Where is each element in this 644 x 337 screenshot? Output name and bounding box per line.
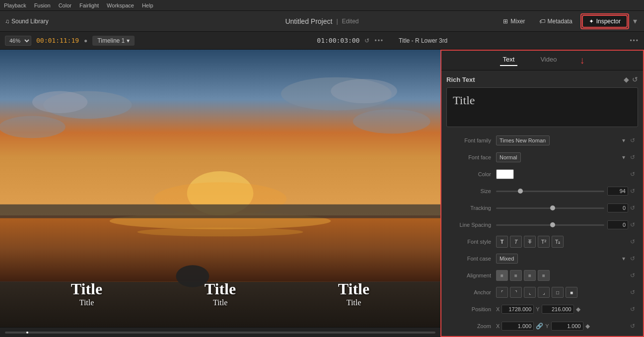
zoom-reset[interactable]: ↺ [630, 323, 638, 330]
timeline-tab[interactable]: Timeline 1 ▾ [92, 36, 135, 46]
tab-text[interactable]: Text [500, 55, 518, 66]
line-spacing-reset[interactable]: ↺ [630, 221, 638, 228]
text-preview-box[interactable]: Title [446, 87, 638, 127]
position-diamond-icon: ◆ [576, 306, 580, 313]
anchor-tc-button[interactable]: ⌝ [510, 287, 522, 298]
menu-help[interactable]: Help [142, 2, 153, 8]
size-input[interactable] [607, 187, 628, 196]
menu-workspace[interactable]: Workspace [107, 2, 134, 8]
scrubber-bar[interactable] [5, 332, 435, 334]
color-swatch[interactable] [496, 169, 514, 179]
anchor-reset[interactable]: ↺ [630, 289, 638, 296]
alignment-row: Alignment ≡ ≡ ≡ ≡ ↺ [446, 269, 638, 282]
header-bar: ♫ Sound Library Untitled Project | Edite… [0, 11, 644, 32]
reset-section-icon[interactable]: ↺ [632, 75, 638, 83]
superscript-button[interactable]: T² [538, 236, 550, 248]
anchor-mr-button[interactable]: ■ [566, 287, 577, 298]
align-justify-button[interactable]: ≡ [538, 270, 550, 281]
line-spacing-slider[interactable] [496, 224, 604, 226]
font-case-control: Mixed [496, 254, 628, 264]
menu-fairlight[interactable]: Fairlight [79, 2, 99, 8]
diamond-section-icon[interactable]: ◆ [624, 75, 629, 83]
link-icon[interactable]: 🔗 [536, 323, 543, 330]
font-face-control: Normal [496, 152, 628, 162]
subscript-button[interactable]: T₂ [552, 236, 564, 248]
inspector-button-wrapper: ✦ Inspector [580, 13, 629, 29]
position-reset[interactable]: ↺ [630, 306, 638, 313]
zoom-row: Zoom X 🔗 Y ◆ ↺ [446, 320, 638, 333]
tc-display: 01:00:03:00 [317, 37, 359, 44]
line-spacing-control [496, 220, 628, 229]
bold-button[interactable]: T [496, 236, 508, 248]
zoom-y-input[interactable] [551, 322, 583, 331]
title-main-3: Title [338, 280, 369, 298]
expand-button[interactable]: ▾ [631, 14, 639, 28]
font-style-reset[interactable]: ↺ [630, 238, 638, 245]
clip-more-options[interactable]: ••• [630, 37, 639, 44]
title-main-2: Title [205, 280, 236, 298]
tracking-input[interactable] [607, 203, 628, 212]
font-family-row: Font family Times New Roman ↺ [446, 134, 638, 147]
font-face-select[interactable]: Normal [496, 152, 521, 162]
header-center: Untitled Project | Edited [285, 17, 358, 25]
edited-badge: Edited [342, 18, 359, 25]
position-control: X Y ◆ [496, 305, 628, 314]
menu-color[interactable]: Color [59, 2, 72, 8]
italic-button[interactable]: T [510, 236, 522, 248]
align-right-button[interactable]: ≡ [524, 270, 536, 281]
tab-video[interactable]: Video [537, 55, 560, 66]
tracking-control [496, 203, 628, 212]
menu-playback[interactable]: Playback [4, 2, 26, 8]
anchor-tl-button[interactable]: ⌜ [496, 287, 508, 298]
anchor-ml-button[interactable]: ⌟ [538, 287, 550, 298]
inspector-content: Rich Text ◆ ↺ Title Font family Times Ne… [441, 70, 643, 336]
zoom-select[interactable]: 46% [5, 36, 31, 46]
zoom-x-input[interactable] [501, 322, 534, 331]
arrow-down-icon: ↓ [579, 55, 584, 66]
text-preview-content: Title [453, 94, 475, 107]
sound-library-button[interactable]: ♫ Sound Library [5, 18, 49, 25]
timecode-icon: ● [84, 37, 87, 44]
anchor-mc-button[interactable]: □ [552, 287, 564, 298]
tracking-reset[interactable]: ↺ [630, 204, 638, 211]
svg-rect-14 [0, 204, 440, 218]
color-reset[interactable]: ↺ [630, 171, 638, 178]
preview-area: Title Title Title Title Title Title [0, 50, 440, 337]
tracking-slider[interactable] [496, 207, 604, 209]
menu-bar: Playback Fusion Color Fairlight Workspac… [0, 0, 644, 11]
font-family-select[interactable]: Times New Roman [496, 135, 550, 145]
title-sub-3: Title [347, 298, 361, 307]
position-y-input[interactable] [542, 305, 574, 314]
size-slider[interactable] [496, 191, 604, 192]
align-center-button[interactable]: ≡ [510, 270, 522, 281]
timeline-scrubber[interactable] [0, 327, 440, 337]
mixer-button[interactable]: ⊞ Mixer [497, 16, 531, 27]
strikethrough-button[interactable]: T [524, 236, 536, 248]
size-reset[interactable]: ↺ [630, 188, 638, 195]
mixer-icon: ⊞ [503, 18, 508, 25]
zoom-y-label: Y [545, 323, 549, 329]
menu-fusion[interactable]: Fusion [34, 2, 51, 8]
anchor-label: Anchor [446, 289, 496, 295]
clip-title-area: Title - R Lower 3rd [399, 37, 447, 44]
alignment-label: Alignment [446, 272, 496, 278]
font-family-reset[interactable]: ↺ [630, 137, 638, 144]
alignment-reset[interactable]: ↺ [630, 272, 638, 279]
header-left: ♫ Sound Library [5, 18, 49, 25]
font-face-reset[interactable]: ↺ [630, 154, 638, 161]
inspector-button[interactable]: ✦ Inspector [582, 15, 628, 28]
size-control [496, 187, 628, 196]
anchor-tr-button[interactable]: ⌞ [524, 287, 536, 298]
mixer-label: Mixer [510, 18, 525, 25]
font-case-reset[interactable]: ↺ [630, 255, 638, 262]
font-style-buttons: T T T T² T₂ [496, 236, 564, 248]
position-x-input[interactable] [501, 305, 534, 314]
line-spacing-input[interactable] [607, 220, 628, 229]
font-style-row: Font style T T T T² T₂ ↺ [446, 235, 638, 248]
metadata-button[interactable]: 🏷 Metadata [533, 16, 578, 27]
toolbar: 46% 00:01:11:19 ● Timeline 1 ▾ 01:00:03:… [0, 32, 644, 50]
clip-title-label: Title - R Lower 3rd [399, 37, 447, 44]
font-case-select[interactable]: Mixed [496, 254, 518, 264]
more-options-button[interactable]: ••• [374, 37, 384, 44]
align-left-button[interactable]: ≡ [496, 270, 508, 281]
